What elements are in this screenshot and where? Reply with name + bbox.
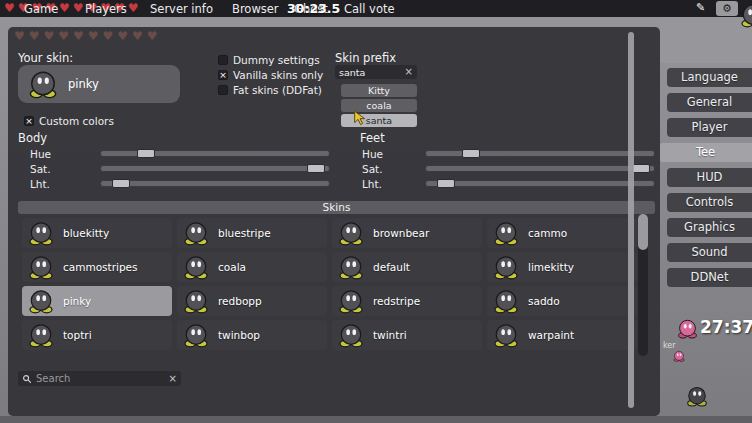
feet-section-label: Feet: [360, 131, 385, 145]
tee-icon: [338, 254, 364, 280]
tee-icon: [28, 322, 54, 348]
slider-knob[interactable]: [137, 149, 155, 158]
skin-name: bluekitty: [63, 227, 109, 239]
checkbox-box[interactable]: [218, 55, 228, 65]
skin-item-pinky[interactable]: pinky: [22, 286, 172, 316]
player-nameplate: ker: [663, 341, 676, 350]
skin-item-coala[interactable]: coala: [177, 252, 327, 282]
tab-graphics[interactable]: Graphics: [667, 218, 752, 237]
tee-icon: [28, 288, 54, 314]
page-scrollbar[interactable]: [628, 32, 634, 408]
skin-name: default: [373, 261, 410, 273]
skin-name: twintri: [373, 329, 407, 341]
slider-knob[interactable]: [112, 179, 130, 188]
skin-name: pinky: [63, 295, 91, 307]
skin-name: saddo: [528, 295, 560, 307]
tab-language[interactable]: Language: [667, 68, 752, 87]
checkbox-label: Fat skins (DDFat): [233, 84, 322, 96]
tab-hud[interactable]: HUD: [667, 168, 752, 187]
gear-icon[interactable]: ⚙: [716, 1, 738, 16]
skin-item-toptri[interactable]: toptri: [22, 320, 172, 350]
tab-ddnet[interactable]: DDNet: [667, 268, 752, 287]
tab-tee[interactable]: Tee: [659, 143, 752, 162]
skin-item-redbopp[interactable]: redbopp: [177, 286, 327, 316]
race-timer-tee-icon: [677, 318, 698, 339]
game-timer: 30:23.5: [287, 1, 340, 16]
body-sat-slider[interactable]: [100, 165, 330, 172]
skins-scrollbar-track[interactable]: [638, 214, 648, 356]
body-lht-slider[interactable]: [100, 180, 330, 187]
menu-item-game[interactable]: Game: [24, 2, 58, 16]
skin-item-default[interactable]: default: [332, 252, 482, 282]
skin-item-bluestripe[interactable]: bluestripe: [177, 218, 327, 248]
feet-sat-slider[interactable]: [425, 165, 655, 172]
skin-item-twintri[interactable]: twintri: [332, 320, 482, 350]
tab-sound[interactable]: Sound: [667, 243, 752, 262]
feet-lht-label: Lht.: [362, 178, 382, 190]
tee-icon: [28, 220, 54, 246]
tee-icon: [183, 322, 209, 348]
mouse-cursor-icon: [352, 110, 368, 126]
tab-general[interactable]: General: [667, 93, 752, 112]
tee-icon: [338, 288, 364, 314]
skin-name: toptri: [63, 329, 92, 341]
skin-item-cammostripes[interactable]: cammostripes: [22, 252, 172, 282]
clear-prefix-icon[interactable]: ×: [405, 67, 413, 77]
search-icon: [22, 374, 32, 384]
skin-item-warpaint[interactable]: warpaint: [487, 320, 637, 350]
tee-settings-panel: ♥♥♥♥♥♥♥♥♥♥ Your skin: pinky Dummy settin…: [8, 27, 660, 416]
skin-item-brownbear[interactable]: brownbear: [332, 218, 482, 248]
skin-item-redstripe[interactable]: redstripe: [332, 286, 482, 316]
skins-scrollbar-handle[interactable]: [638, 214, 648, 250]
checkbox-custom-colors[interactable]: × Custom colors: [24, 115, 114, 127]
checkbox-box[interactable]: ×: [24, 116, 34, 126]
menu-item-players[interactable]: Players: [85, 2, 127, 16]
game-floor-background: [0, 416, 752, 423]
slider-knob[interactable]: [462, 149, 480, 158]
menu-item-server-info[interactable]: Server info: [150, 2, 213, 16]
skin-item-saddo[interactable]: saddo: [487, 286, 637, 316]
tee-icon: [493, 322, 519, 348]
feet-hue-slider[interactable]: [425, 150, 655, 157]
checkbox-vanilla-skins-only[interactable]: × Vanilla skins only: [218, 69, 323, 81]
skin-name: brownbear: [373, 227, 429, 239]
tee-icon: [338, 322, 364, 348]
tab-controls[interactable]: Controls: [667, 193, 752, 212]
menu-item-browser[interactable]: Browser: [232, 2, 279, 16]
player-avatar-tee: [740, 2, 752, 28]
checkbox-box[interactable]: ×: [218, 70, 228, 80]
clear-search-icon[interactable]: ×: [169, 374, 177, 384]
feet-hue-label: Hue: [362, 148, 383, 160]
slider-knob[interactable]: [307, 164, 325, 173]
skin-item-cammo[interactable]: cammo: [487, 218, 637, 248]
slider-knob[interactable]: [437, 179, 455, 188]
bottom-right-tee-icon: [686, 385, 708, 407]
skin-item-limekitty[interactable]: limekitty: [487, 252, 637, 282]
skin-name: warpaint: [528, 329, 574, 341]
skin-name: coala: [218, 261, 246, 273]
skin-name: redbopp: [218, 295, 262, 307]
prefix-option-kitty[interactable]: Kitty: [341, 84, 417, 97]
skin-item-bluekitty[interactable]: bluekitty: [22, 218, 172, 248]
current-skin-name: pinky: [68, 77, 99, 91]
skin-name: limekitty: [528, 261, 574, 273]
skin-prefix-input[interactable]: [339, 67, 405, 78]
body-sat-label: Sat.: [30, 163, 51, 175]
menu-item-call-vote[interactable]: Call vote: [344, 2, 395, 16]
slider-knob[interactable]: [632, 164, 650, 173]
body-hue-slider[interactable]: [100, 150, 330, 157]
checkbox-fat-skins[interactable]: Fat skins (DDFat): [218, 84, 322, 96]
feet-lht-slider[interactable]: [425, 180, 655, 187]
search-input[interactable]: [36, 373, 165, 384]
checkbox-box[interactable]: [218, 85, 228, 95]
skin-item-twinbop[interactable]: twinbop: [177, 320, 327, 350]
tee-icon: [493, 220, 519, 246]
main-menu-bar: ♥♥♥♥♥♥♥♥♥♥ Game Players Server info Brow…: [0, 0, 752, 17]
skin-name: cammostripes: [63, 261, 138, 273]
race-timer: 27:37: [700, 317, 752, 337]
skin-name: cammo: [528, 227, 567, 239]
small-pink-tee-icon: [673, 350, 685, 362]
pencil-icon[interactable]: ✎: [696, 1, 705, 14]
tab-player[interactable]: Player: [667, 118, 752, 137]
checkbox-dummy-settings[interactable]: Dummy settings: [218, 54, 320, 66]
